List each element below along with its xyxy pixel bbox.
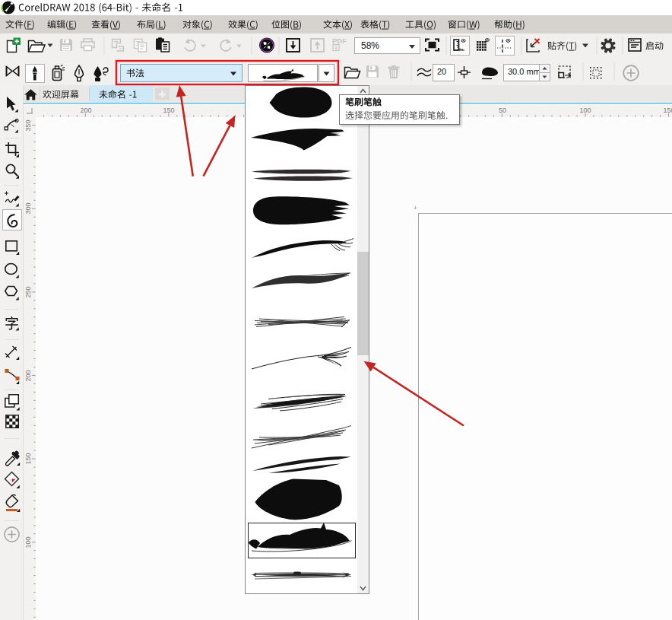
svg-text:150: 150 [163,107,174,114]
svg-text:150: 150 [24,453,32,464]
svg-text:150: 150 [663,107,672,114]
svg-text:100: 100 [579,107,591,114]
svg-text:200: 200 [24,370,32,381]
svg-text:50: 50 [499,107,506,114]
svg-text:350: 350 [24,119,32,131]
svg-text:100: 100 [24,536,32,548]
svg-text:200: 200 [80,107,91,114]
svg-text:250: 250 [24,286,32,297]
svg-text:PDF: PDF [332,37,347,45]
svg-text:300: 300 [24,202,32,214]
